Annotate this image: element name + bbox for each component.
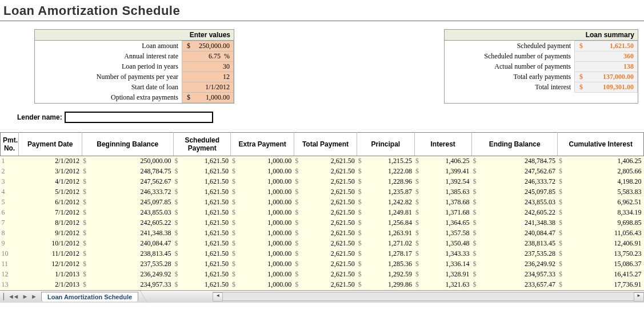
cell-pr: $1,256.84 — [357, 218, 414, 228]
period-input[interactable]: 30 — [182, 62, 234, 72]
sheet-tab[interactable]: Loan Amortization Schedule — [41, 292, 138, 302]
cell-beg: $248,784.75 — [82, 167, 174, 177]
air-input[interactable]: 6.75 % — [182, 51, 234, 62]
hdr-tp: Total Payment — [294, 133, 357, 156]
cell-date: 11/1/2012 — [19, 249, 82, 259]
cell-tp: $2,621.50 — [294, 270, 357, 280]
cell-pr: $1,285.36 — [357, 259, 414, 270]
cell-date: 7/1/2012 — [19, 208, 82, 218]
extra-value: 1,000.00 — [206, 93, 230, 101]
cell-beg: $247,562.67 — [82, 177, 174, 187]
table-row[interactable]: 67/1/2012$243,855.03$1,621.50$1,000.00$2… — [1, 208, 644, 218]
horizontal-scrollbar[interactable] — [213, 292, 644, 301]
cell-beg: $234,957.33 — [82, 280, 174, 290]
loan-amount-value: 250,000.00 — [199, 42, 230, 50]
lender-row: Lender name: — [0, 104, 644, 126]
inputs-panel: Enter values Loan amount $250,000.00 Ann… — [34, 29, 234, 104]
cell-end: $246,333.72 — [471, 177, 558, 187]
cell-ep: $1,000.00 — [231, 167, 294, 177]
cell-sp: $1,621.50 — [174, 239, 231, 249]
page-title: Loan Amortization Schedule — [0, 0, 644, 21]
cell-date: 3/1/2012 — [19, 167, 82, 177]
sheet-tab-bar: ▏◄ ◄ ► ►▕ Loan Amortization Schedule — [0, 290, 644, 303]
cell-int: $1,364.65 — [414, 218, 471, 228]
table-row[interactable]: 78/1/2012$242,605.22$1,621.50$1,000.00$2… — [1, 218, 644, 228]
schedule-header-row: Pmt. No. Payment Date Beginning Balance … — [1, 133, 644, 156]
cell-end: $247,562.67 — [471, 167, 558, 177]
cell-tp: $2,621.50 — [294, 239, 357, 249]
tab-next-icon[interactable]: ► — [22, 293, 29, 300]
table-row[interactable]: 132/1/2013$234,957.33$1,621.50$1,000.00$… — [1, 280, 644, 290]
cell-int: $1,321.63 — [414, 280, 471, 290]
cell-pmt-no: 5 — [1, 197, 19, 208]
extra-label: Optional extra payments — [35, 93, 182, 103]
cell-int: $1,378.68 — [414, 197, 471, 208]
hdr-ci: Cumulative Interest — [558, 133, 644, 156]
cell-beg: $240,084.47 — [82, 239, 174, 249]
cell-tp: $2,621.50 — [294, 156, 357, 167]
cell-ep: $1,000.00 — [231, 156, 294, 167]
cell-date: 4/1/2012 — [19, 177, 82, 187]
actual-n-value: 138 — [575, 62, 638, 72]
cell-pr: $1,228.96 — [357, 177, 414, 187]
table-row[interactable]: 910/1/2012$240,084.47$1,621.50$1,000.00$… — [1, 239, 644, 249]
cell-sp: $1,621.50 — [174, 228, 231, 239]
cell-pr: $1,292.59 — [357, 270, 414, 280]
loan-amount-label: Loan amount — [35, 41, 182, 51]
npy-input[interactable]: 12 — [182, 72, 234, 82]
cell-pmt-no: 10 — [1, 249, 19, 259]
cell-int: $1,357.58 — [414, 228, 471, 239]
table-row[interactable]: 121/1/2013$236,249.92$1,621.50$1,000.00$… — [1, 270, 644, 280]
table-row[interactable]: 1112/1/2012$237,535.28$1,621.50$1,000.00… — [1, 259, 644, 270]
cell-pr: $1,271.02 — [357, 239, 414, 249]
early-value: $137,000.00 — [575, 72, 638, 82]
cell-pmt-no: 13 — [1, 280, 19, 290]
cell-date: 12/1/2012 — [19, 259, 82, 270]
cell-sp: $1,621.50 — [174, 177, 231, 187]
cell-pmt-no: 4 — [1, 187, 19, 197]
cell-pr: $1,249.81 — [357, 208, 414, 218]
cell-int: $1,399.41 — [414, 167, 471, 177]
cell-end: $236,249.92 — [471, 259, 558, 270]
inputs-header: Enter values — [35, 30, 234, 41]
table-row[interactable]: 23/1/2012$248,784.75$1,621.50$1,000.00$2… — [1, 167, 644, 177]
hdr-pmt-no: Pmt. No. — [1, 133, 19, 156]
lender-name-input[interactable] — [65, 112, 213, 123]
table-row[interactable]: 89/1/2012$241,348.38$1,621.50$1,000.00$2… — [1, 228, 644, 239]
cell-sp: $1,621.50 — [174, 197, 231, 208]
hdr-sp: Scheduled Payment — [174, 133, 231, 156]
cell-tp: $2,621.50 — [294, 228, 357, 239]
cell-int: $1,385.63 — [414, 187, 471, 197]
table-row[interactable]: 1011/1/2012$238,813.45$1,621.50$1,000.00… — [1, 249, 644, 259]
cell-end: $248,784.75 — [471, 156, 558, 167]
cell-pmt-no: 1 — [1, 156, 19, 167]
start-input[interactable]: 1/1/2012 — [182, 82, 234, 93]
cell-ep: $1,000.00 — [231, 239, 294, 249]
sched-n-value: 360 — [575, 51, 638, 62]
cell-ep: $1,000.00 — [231, 218, 294, 228]
extra-input[interactable]: $1,000.00 — [182, 93, 234, 103]
tab-prev-icon[interactable]: ◄ — [13, 293, 19, 300]
tint-label: Total interest — [445, 82, 575, 93]
cell-ci: $16,415.27 — [558, 270, 644, 280]
cell-pr: $1,242.82 — [357, 197, 414, 208]
tab-first-icon[interactable]: ▏◄ — [3, 293, 10, 300]
table-row[interactable]: 12/1/2012$250,000.00$1,621.50$1,000.00$2… — [1, 156, 644, 167]
table-row[interactable]: 45/1/2012$246,333.72$1,621.50$1,000.00$2… — [1, 187, 644, 197]
cell-pmt-no: 6 — [1, 208, 19, 218]
table-row[interactable]: 56/1/2012$245,097.85$1,621.50$1,000.00$2… — [1, 197, 644, 208]
sched-pay-value: $1,621.50 — [575, 41, 638, 51]
cell-beg: $243,855.03 — [82, 208, 174, 218]
sched-n-label: Scheduled number of payments — [445, 51, 575, 62]
cell-end: $240,084.47 — [471, 228, 558, 239]
cell-pmt-no: 8 — [1, 228, 19, 239]
loan-amount-input[interactable]: $250,000.00 — [182, 41, 234, 51]
cell-int: $1,350.48 — [414, 239, 471, 249]
tab-last-icon[interactable]: ►▕ — [31, 293, 38, 300]
table-row[interactable]: 34/1/2012$247,562.67$1,621.50$1,000.00$2… — [1, 177, 644, 187]
cell-pmt-no: 7 — [1, 218, 19, 228]
cell-int: $1,336.14 — [414, 259, 471, 270]
cell-ep: $1,000.00 — [231, 228, 294, 239]
cell-beg: $246,333.72 — [82, 187, 174, 197]
cell-tp: $2,621.50 — [294, 218, 357, 228]
